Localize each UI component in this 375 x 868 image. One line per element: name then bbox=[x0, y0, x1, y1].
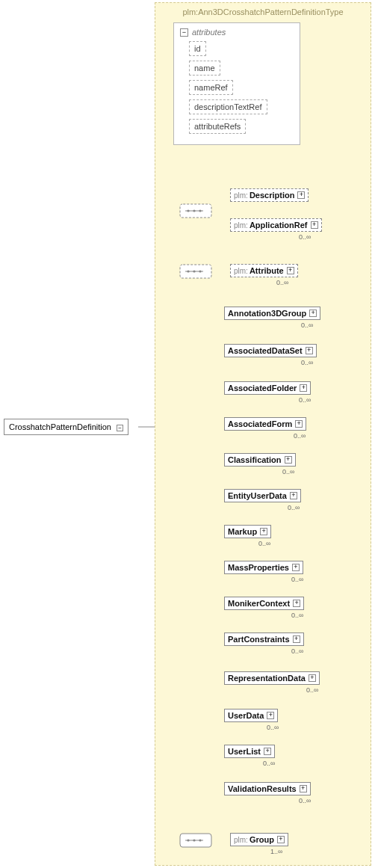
cardinality-label: 0..∞ bbox=[263, 760, 275, 767]
attributes-header[interactable]: − attributes bbox=[180, 28, 294, 37]
cardinality-label: 0..∞ bbox=[306, 686, 318, 694]
element-massproperties[interactable]: MassProperties + bbox=[224, 561, 303, 574]
element-entityuserdata[interactable]: EntityUserData + bbox=[224, 489, 301, 502]
element-label: RepresentationData bbox=[228, 674, 306, 683]
cardinality-label: 0..∞ bbox=[276, 279, 288, 286]
element-group[interactable]: plm: Group + bbox=[230, 833, 288, 846]
cardinality-label: 0..∞ bbox=[301, 359, 313, 366]
attribute-item[interactable]: nameRef bbox=[189, 80, 233, 95]
diagram-canvas: CrosshatchPatternDefinition − plm:Ann3DC… bbox=[0, 0, 375, 868]
element-label: Classification bbox=[228, 455, 282, 464]
plus-icon: + bbox=[295, 420, 303, 428]
root-element[interactable]: CrosshatchPatternDefinition − bbox=[4, 419, 128, 435]
cardinality-label: 0..∞ bbox=[291, 576, 303, 583]
attribute-item[interactable]: descriptionTextRef bbox=[189, 99, 267, 114]
plus-icon: + bbox=[290, 492, 297, 499]
element-label: Group bbox=[250, 835, 274, 844]
element-label: Markup bbox=[228, 527, 257, 536]
cardinality-label: 0..∞ bbox=[299, 396, 311, 404]
plus-icon: + bbox=[306, 347, 313, 354]
element-prefix: plm: bbox=[234, 191, 248, 200]
attributes-panel: − attributes id name nameRef description… bbox=[173, 22, 300, 145]
sequence-compositor[interactable] bbox=[179, 203, 212, 219]
plus-icon: + bbox=[292, 564, 300, 571]
element-label: UserData bbox=[228, 711, 264, 720]
element-label: PartConstraints bbox=[228, 635, 290, 644]
element-label: Annotation3DGroup bbox=[228, 309, 306, 318]
cardinality-label: 0..∞ bbox=[301, 321, 313, 329]
element-label: AssociatedDataSet bbox=[228, 346, 303, 355]
attribute-item[interactable]: name bbox=[189, 61, 220, 76]
element-label: MonikerContext bbox=[228, 599, 290, 608]
element-associateddataset[interactable]: AssociatedDataSet + bbox=[224, 344, 317, 357]
element-applicationref[interactable]: plm: ApplicationRef + bbox=[230, 218, 322, 232]
plus-icon: + bbox=[287, 267, 294, 274]
plus-icon: + bbox=[260, 528, 267, 535]
plus-icon: + bbox=[285, 456, 292, 464]
plus-icon: + bbox=[293, 600, 300, 607]
element-userdata[interactable]: UserData + bbox=[224, 709, 278, 722]
element-representationdata[interactable]: RepresentationData + bbox=[224, 671, 320, 685]
plus-icon: + bbox=[297, 191, 305, 199]
attribute-item[interactable]: attributeRefs bbox=[189, 119, 246, 134]
attribute-item[interactable]: id bbox=[189, 41, 206, 56]
element-userlist[interactable]: UserList + bbox=[224, 745, 275, 758]
element-prefix: plm: bbox=[234, 836, 248, 844]
element-partconstraints[interactable]: PartConstraints + bbox=[224, 632, 304, 646]
plus-icon: + bbox=[264, 748, 271, 755]
element-classification[interactable]: Classification + bbox=[224, 453, 296, 467]
cardinality-label: 0..∞ bbox=[282, 468, 294, 475]
plus-icon: + bbox=[293, 635, 300, 643]
element-prefix: plm: bbox=[234, 267, 248, 275]
element-label: UserList bbox=[228, 747, 261, 756]
element-label: EntityUserData bbox=[228, 491, 287, 500]
cardinality-label: 0..∞ bbox=[288, 504, 300, 511]
cardinality-label: 1..∞ bbox=[270, 848, 282, 855]
sequence-compositor[interactable] bbox=[179, 832, 212, 849]
element-label: AssociatedForm bbox=[228, 419, 292, 428]
element-attribute[interactable]: plm: Attribute + bbox=[230, 264, 298, 277]
plus-icon: + bbox=[300, 384, 307, 392]
element-label: ApplicationRef bbox=[250, 221, 308, 230]
element-label: ValidationResults bbox=[228, 784, 297, 793]
element-prefix: plm: bbox=[234, 221, 248, 230]
cardinality-label: 0..∞ bbox=[299, 797, 311, 804]
plus-icon: + bbox=[300, 785, 307, 792]
element-label: MassProperties bbox=[228, 563, 289, 572]
element-label: AssociatedFolder bbox=[228, 384, 297, 393]
cardinality-label: 0..∞ bbox=[258, 540, 270, 547]
root-element-label: CrosshatchPatternDefinition bbox=[9, 422, 111, 431]
plus-icon: + bbox=[309, 674, 316, 682]
cardinality-label: 0..∞ bbox=[294, 432, 306, 440]
cardinality-label: 0..∞ bbox=[291, 647, 303, 655]
sequence-compositor[interactable] bbox=[179, 263, 212, 280]
element-markup[interactable]: Markup + bbox=[224, 525, 271, 538]
plus-icon: + bbox=[277, 836, 285, 843]
element-associatedform[interactable]: AssociatedForm + bbox=[224, 417, 306, 431]
element-label: Description bbox=[250, 191, 295, 200]
element-validationresults[interactable]: ValidationResults + bbox=[224, 782, 311, 795]
element-label: Attribute bbox=[250, 266, 284, 275]
minus-icon: − bbox=[180, 28, 188, 37]
cardinality-label: 0..∞ bbox=[291, 612, 303, 619]
element-description[interactable]: plm: Description + bbox=[230, 188, 309, 202]
plus-icon: + bbox=[311, 221, 318, 229]
attributes-header-label: attributes bbox=[192, 28, 226, 37]
complex-type-title: plm:Ann3DCrosshatchPatternDefinitionType bbox=[155, 7, 371, 16]
cardinality-label: 0..∞ bbox=[299, 233, 311, 241]
minus-icon: − bbox=[117, 425, 123, 431]
plus-icon: + bbox=[267, 712, 274, 719]
element-annotation3dgroup[interactable]: Annotation3DGroup + bbox=[224, 307, 320, 320]
element-monikercontext[interactable]: MonikerContext + bbox=[224, 597, 304, 610]
element-associatedfolder[interactable]: AssociatedFolder + bbox=[224, 381, 311, 395]
plus-icon: + bbox=[309, 310, 317, 317]
cardinality-label: 0..∞ bbox=[267, 724, 279, 731]
